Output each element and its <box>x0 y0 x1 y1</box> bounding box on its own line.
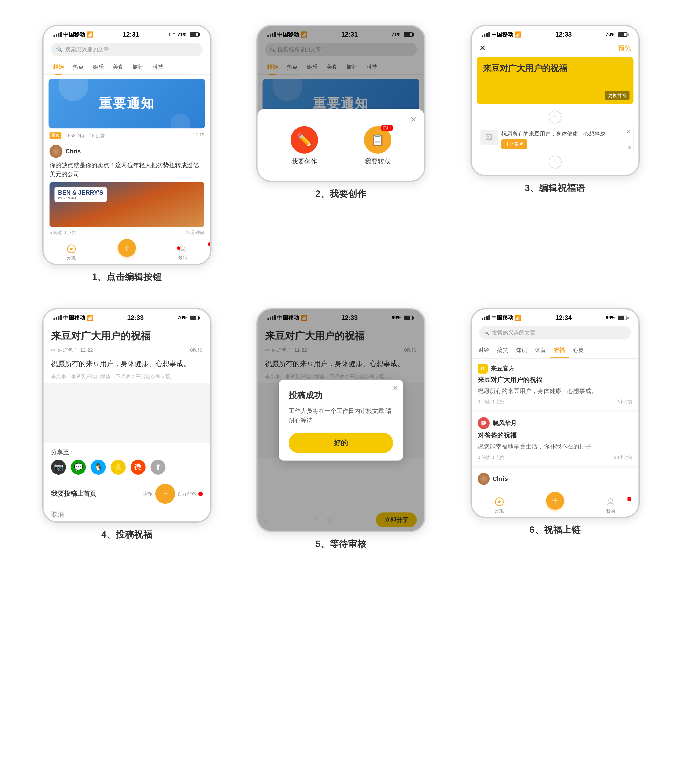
share-weibo-icon[interactable]: 微 <box>131 460 145 475</box>
tab-knowledge[interactable]: 知识 <box>512 343 531 358</box>
search-placeholder-2: 搜索感兴趣的文章 <box>277 46 321 53</box>
search-bar-6[interactable]: 🔍 搜索感兴趣的文章 <box>479 326 631 340</box>
bottom-nav-6: 发现 + 我的 <box>472 492 639 517</box>
tab-tech-1[interactable]: 科技 <box>148 60 168 74</box>
step5-actions: ♡ ☆ <box>312 516 331 524</box>
meta-date-1: 12-19 <box>193 133 204 139</box>
back-icon-5[interactable]: ‹ <box>265 516 268 525</box>
repost-icon: 📋 热门 <box>364 126 391 153</box>
user-icon-6 <box>605 496 616 507</box>
phone-6-frame: 中国移动 📶 12:34 69% 🔍 搜索感兴趣的文章 <box>470 308 640 518</box>
nav-fab-6[interactable]: + <box>527 496 583 514</box>
blessing-author-1: D 来豆官方 <box>478 364 633 374</box>
fab-button-1[interactable]: + <box>118 239 136 257</box>
add-btn-top-3[interactable]: + <box>549 110 562 123</box>
battery-icon-4 <box>190 316 200 320</box>
modal-option-repost[interactable]: 📋 热门 我要转载 <box>364 126 391 166</box>
tab-hot-1[interactable]: 热点 <box>69 60 88 74</box>
tab-sports[interactable]: 体育 <box>531 343 550 358</box>
fab-button-6[interactable]: + <box>546 492 564 510</box>
share-camera-icon[interactable]: 📷 <box>51 460 66 475</box>
cancel-link-4[interactable]: 取消 <box>43 508 210 521</box>
blessing-title-1: 来豆对广大用户的祝福 <box>478 375 633 384</box>
blessing-foot-2: 0 阅读 0 点赞 20小时前 <box>478 455 633 460</box>
official-name-3: Chris <box>492 475 508 482</box>
nav-my-6[interactable]: 我的 <box>583 496 638 514</box>
share-wechat-icon[interactable]: 💬 <box>71 460 86 475</box>
star-icon-5[interactable]: ☆ <box>326 516 331 524</box>
status-bar-6: 中国移动 📶 12:34 69% <box>472 309 639 324</box>
search-bar-2[interactable]: 🔍 搜索感兴趣的文章 <box>265 43 417 56</box>
article-thumb-1: BEN & JERRY'S ICE CREAM <box>49 182 204 227</box>
change-cover-btn-3[interactable]: 更换封面 <box>605 91 629 100</box>
tab-mind[interactable]: 心灵 <box>569 343 588 358</box>
nav-my-1[interactable]: 我的 <box>155 243 210 261</box>
tab-jingxuan-2[interactable]: 精选 <box>263 60 282 74</box>
wifi-4: 📶 <box>87 315 93 321</box>
signal-icon-5 <box>268 315 276 320</box>
tab-food-1[interactable]: 美食 <box>108 60 128 74</box>
share-qq-icon[interactable]: 🐧 <box>91 460 106 475</box>
article-foot-1: 5 阅读 0 点赞 11分钟前 <box>49 230 204 235</box>
upload-btn-3[interactable]: 上传图片 <box>501 139 527 149</box>
dialog-close-5[interactable]: ✕ <box>392 384 398 392</box>
blessing-author-2: 晓 晓风华月 <box>478 417 633 429</box>
signal-icon-6 <box>482 315 490 320</box>
close-x-3[interactable]: ✕ <box>479 43 486 53</box>
tab-finance[interactable]: 财经 <box>474 343 493 358</box>
time-2: 12:31 <box>341 30 358 38</box>
battery-icon-3 <box>618 32 628 37</box>
signal-icon-4 <box>54 315 62 320</box>
modal-close-2[interactable]: ✕ <box>410 115 417 124</box>
image-text-3: 祝愿所有的来豆用户，身体健康、心想事成。 <box>501 130 630 138</box>
submit-label-4[interactable]: 我要投稿上首页 <box>51 489 96 498</box>
share-star-icon[interactable]: ⭐ <box>111 460 126 475</box>
tab-tech-2[interactable]: 科技 <box>362 60 382 74</box>
step6-tabs: 财经 搞笑 知识 体育 祝福 心灵 <box>472 343 639 359</box>
status-bar-1: 中国移动 📶 12:31 ↑ * 71% <box>43 26 210 41</box>
status-bar-5: 中国移动 📶 12:33 69% <box>258 309 424 324</box>
nav-discover-6[interactable]: 发现 <box>472 496 527 514</box>
tab-hot-2[interactable]: 热点 <box>282 60 302 74</box>
ok-btn-5[interactable]: 好的 <box>288 433 393 453</box>
wifi-3: 📶 <box>515 31 521 38</box>
share-bar-4: 分享至： 📷 💬 🐧 ⭐ 微 ⬆ <box>43 443 210 480</box>
step5-author: ✂ 油炸包子 11-22 0阅读 <box>258 345 424 355</box>
battery-3: 70% <box>606 32 615 37</box>
tab-jingxuan-1[interactable]: 精选 <box>48 60 69 74</box>
tab-travel-1[interactable]: 旅行 <box>128 60 148 74</box>
battery-icon <box>190 32 200 37</box>
nav-fab-1[interactable]: + <box>99 243 155 261</box>
tab-blessing[interactable]: 祝福 <box>550 343 569 358</box>
add-btn-bottom-3[interactable]: + <box>549 156 562 169</box>
drag-handle-3: ≡ <box>628 144 631 151</box>
carrier-3: 中国移动 <box>491 31 513 38</box>
phone-1-frame: 中国移动 📶 12:31 ↑ * 71% 🔍 搜索感兴趣的文章 <box>42 25 212 265</box>
phone-2-frame: 中国移动 📶 12:31 71% 🔍 搜索感兴趣的文章 <box>256 25 425 182</box>
official-name-1: 来豆官方 <box>491 365 515 373</box>
tab-food-2[interactable]: 美食 <box>322 60 342 74</box>
create-label: 我要创作 <box>292 157 317 166</box>
share-more-icon[interactable]: ⬆ <box>151 460 166 475</box>
phone-3-wrapper: 中国移动 📶 12:33 70% ✕ 预览 来豆对广大用 <box>448 15 662 298</box>
modal-option-create[interactable]: ✏️ 我要创作 <box>291 126 318 166</box>
heart-icon-5[interactable]: ♡ <box>312 516 318 524</box>
submit-circle-4[interactable]: → <box>155 484 175 504</box>
tab-ent-1[interactable]: 娱乐 <box>88 60 108 74</box>
editor-header-3: ✕ 预览 <box>472 41 639 57</box>
tab-ent-2[interactable]: 娱乐 <box>302 60 322 74</box>
tab-travel-2[interactable]: 旅行 <box>342 60 362 74</box>
search-icon-2: 🔍 <box>270 47 275 52</box>
success-dialog-5: 投稿成功 工作人员将在一个工作日内审核文章,请耐心等待. ✕ 好的 <box>279 380 403 461</box>
nav-discover-1[interactable]: 发现 <box>43 243 99 261</box>
image-block-close-3[interactable]: ✕ <box>626 128 631 135</box>
hot-badge: 热门 <box>381 125 393 131</box>
blessing-content-2: 愿您能幸福地享受生活，弥补我不在的日子。 <box>478 442 633 451</box>
preview-btn-3[interactable]: 预览 <box>618 44 631 53</box>
svg-point-2 <box>180 246 184 250</box>
tab-funny[interactable]: 搞笑 <box>493 343 512 358</box>
search-bar-1[interactable]: 🔍 搜索感兴趣的文章 <box>51 43 203 56</box>
top-badge-1: 置顶 <box>49 133 61 139</box>
step5-bottom-bar: ‹ ♡ ☆ 立即分享 <box>258 509 424 531</box>
share-btn-5[interactable]: 立即分享 <box>376 513 417 527</box>
